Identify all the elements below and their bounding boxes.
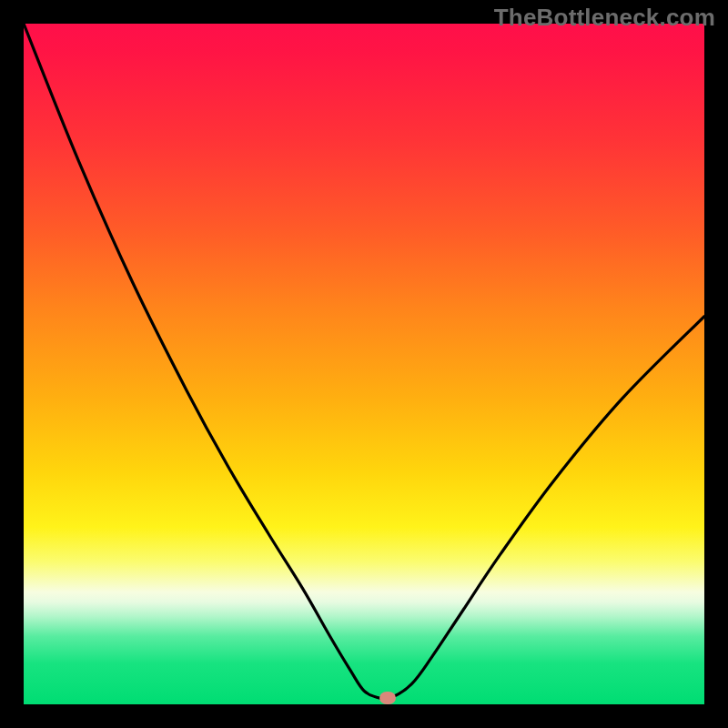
chart-frame: TheBottleneck.com <box>0 0 728 728</box>
optimum-marker <box>379 692 396 704</box>
watermark-text: TheBottleneck.com <box>494 4 715 32</box>
plot-area <box>24 24 704 704</box>
bottleneck-curve <box>24 24 704 704</box>
